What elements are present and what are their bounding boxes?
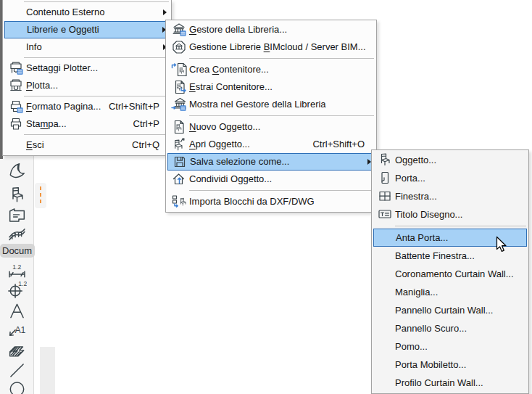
save-selection-icon	[172, 154, 188, 170]
menu-item-maniglia[interactable]: Maniglia...	[372, 283, 528, 301]
svg-text:A1: A1	[14, 325, 25, 335]
menu-item-label: Mostra nel Gestore della Libreria	[166, 96, 326, 113]
menu-item-gestore-della-libreria[interactable]: Gestore della Libreria...	[166, 21, 376, 38]
shell-tool-button[interactable]	[0, 160, 33, 181]
svg-text:1.2: 1.2	[18, 280, 27, 287]
plotter-icon	[8, 78, 24, 94]
svg-text:1.2: 1.2	[12, 263, 21, 270]
share-object-icon	[171, 171, 187, 187]
menu-item-estrai-contenitore[interactable]: Estrai Contenitore...	[166, 78, 376, 96]
bimcloud-libraries-icon	[171, 39, 187, 55]
extract-container-icon	[171, 79, 187, 95]
menu-item-crea-contenitore[interactable]: Crea Contenitore...	[166, 61, 376, 78]
salva-selezione-come-submenu: Oggetto...Porta...Finestra...Titolo Dise…	[371, 149, 529, 394]
menu-item-stampa[interactable]: Stampa...Ctrl+P	[3, 115, 171, 133]
level-dimension-tool-button[interactable]: 1.2	[0, 278, 33, 300]
menu-separator	[24, 1, 169, 2]
menu-item-salva-selezione-come[interactable]: Salva selezione come...	[167, 153, 375, 171]
no-icon	[377, 284, 393, 300]
menu-separator	[24, 134, 169, 135]
fill-tool-button[interactable]	[0, 340, 33, 361]
shell-tool-icon	[7, 161, 27, 181]
no-icon	[378, 229, 394, 245]
menu-item-pomo[interactable]: Pomo...	[372, 337, 528, 356]
menu-item-settaggi-plotter[interactable]: Settaggi Plotter...	[3, 59, 171, 77]
object-tool-icon	[7, 185, 27, 205]
menu-item-info[interactable]: Info	[3, 38, 171, 56]
no-icon	[8, 4, 24, 20]
label-tool-icon: A1	[7, 321, 27, 340]
level-dimension-tool-icon: 1.2	[7, 279, 27, 299]
menu-item-porta[interactable]: Porta...	[372, 169, 528, 187]
menu-item-shortcut: Ctrl+Shift+O	[312, 136, 365, 153]
menu-item-pannello-curtain-wall[interactable]: Pannello Curtain Wall...	[372, 301, 528, 319]
menu-separator	[189, 190, 374, 191]
line-tool-button[interactable]	[0, 359, 33, 381]
circle-tool-button[interactable]	[0, 379, 33, 394]
menu-item-profilo-curtain-wall[interactable]: Profilo Curtain Wall...	[372, 374, 528, 392]
circle-tool-icon	[7, 380, 27, 394]
dimension-tool-icon: 1.2	[7, 260, 27, 280]
text-tool-button[interactable]	[0, 300, 33, 321]
menu-item-nuovo-oggetto[interactable]: Nuovo Oggetto...	[166, 118, 376, 136]
menu-item-shortcut: Ctrl+Q	[132, 136, 159, 154]
menu-item-label: Coronamento Curtain Wall...	[372, 265, 514, 283]
create-container-icon	[171, 62, 187, 78]
menu-item-titolo-disegno[interactable]: Titolo Disegno...	[372, 205, 528, 223]
submenu-arrow-icon	[163, 9, 167, 15]
toolbar-section-docum[interactable]: Docum	[0, 244, 35, 258]
no-icon	[377, 338, 393, 354]
menu-separator	[395, 226, 526, 226]
fill-tool-icon	[7, 341, 27, 361]
menu-item-shortcut: Ctrl+Shift+P	[109, 98, 159, 115]
menu-item-porta-mobiletto[interactable]: Porta Mobiletto...	[372, 356, 528, 374]
zone-tool-icon	[7, 205, 27, 225]
menu-item-plotta[interactable]: Plotta...	[3, 77, 171, 94]
printer-icon	[8, 116, 24, 132]
menu-item-coronamento-curtain-wall[interactable]: Coronamento Curtain Wall...	[372, 265, 528, 283]
new-object-icon	[171, 119, 187, 135]
no-icon	[377, 320, 393, 336]
no-icon	[9, 22, 25, 38]
menu-item-pannello-scuro[interactable]: Pannello Scuro...	[372, 319, 528, 337]
mesh-tool-icon	[7, 224, 27, 244]
menu-separator	[189, 115, 374, 116]
menu-item-importa-blocchi-da-dxf-dwg[interactable]: Importa Blocchi da DXF/DWG	[166, 193, 376, 210]
no-icon	[377, 374, 393, 390]
mesh-tool-button[interactable]	[0, 223, 33, 245]
menu-item-gestione-librerie-bimcloud-server-bim[interactable]: Gestione Librerie BIMcloud / Server BIM.…	[166, 38, 376, 56]
menu-separator	[24, 57, 169, 58]
plotter-settings-icon	[8, 60, 24, 76]
menu-item-contenuto-esterno[interactable]: Contenuto Esterno	[3, 4, 171, 21]
object-tool-button[interactable]	[0, 184, 33, 205]
orange-dashed-marker	[35, 183, 46, 208]
menu-item-label: Importa Blocchi da DXF/DWG	[166, 193, 315, 210]
menu-item-mostra-nel-gestore-della-libreria[interactable]: Mostra nel Gestore della Libreria	[166, 96, 376, 113]
menu-item-oggetto[interactable]: Oggetto...	[372, 151, 528, 169]
menu-item-shortcut: Ctrl+P	[133, 115, 159, 133]
menu-item-finestra[interactable]: Finestra...	[372, 187, 528, 205]
open-object-icon	[171, 136, 187, 152]
menu-item-label: Gestione Librerie BIMcloud / Server BIM.…	[166, 38, 366, 56]
no-icon	[377, 247, 393, 263]
dashed-line-icon	[35, 183, 46, 208]
menu-item-librerie-e-oggetti[interactable]: Librerie e Oggetti	[4, 21, 170, 38]
drawing-title-icon	[377, 206, 393, 222]
no-icon	[377, 266, 393, 282]
librerie-e-oggetti-submenu: Gestore della Libreria...Gestione Librer…	[165, 20, 377, 213]
menu-item-esci[interactable]: EsciCtrl+Q	[3, 136, 171, 154]
menu-item-apri-oggetto[interactable]: Apri Oggetto...Ctrl+Shift+O	[166, 136, 376, 153]
panel-fragment	[40, 347, 55, 394]
text-tool-icon	[7, 301, 27, 321]
line-tool-icon	[7, 361, 27, 380]
no-icon	[377, 356, 393, 372]
menu-item-formato-pagina[interactable]: Formato Pagina...Ctrl+Shift+P	[3, 98, 171, 115]
window-icon	[377, 188, 393, 204]
file-menu: Contenuto EsternoLibrerie e OggettiInfoS…	[2, 0, 172, 156]
door-icon	[377, 170, 393, 186]
menu-item-condividi-oggetto[interactable]: Condividi Oggetto...	[166, 171, 376, 188]
menu-separator	[189, 58, 374, 59]
menu-separator	[24, 96, 169, 97]
no-icon	[8, 137, 24, 153]
label-tool-button[interactable]: A1	[0, 319, 33, 341]
